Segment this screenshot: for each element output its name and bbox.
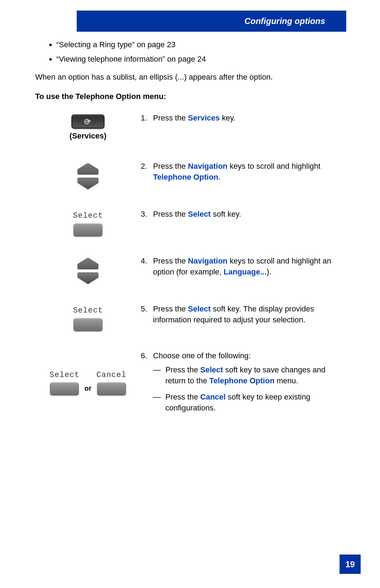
step-4-body: Press the Navigation keys to scroll and … — [153, 256, 345, 278]
step-5-num: 5. — [141, 304, 153, 315]
step-1-text: 1. Press the Services key. — [141, 113, 345, 124]
step-3-pre: Press the — [153, 210, 188, 218]
softkey-button-icon-3 — [50, 383, 79, 395]
step-6a-kw1: Select — [200, 365, 223, 374]
select-softkey-label-3: Select — [50, 370, 80, 381]
step-2-text: 2. Press the Navigation keys to scroll a… — [141, 161, 345, 183]
step-6b-body: Press the Cancel soft key to keep existi… — [165, 392, 345, 414]
navigation-keys-icon-2 — [77, 258, 99, 284]
header-bar: Configuring options — [77, 11, 346, 32]
nav-up-icon-2 — [77, 258, 99, 270]
or-label: or — [84, 383, 91, 395]
select-softkey-label-2: Select — [73, 305, 103, 316]
step-1-pre: Press the — [153, 113, 188, 122]
step-4-kw2: Language... — [224, 267, 267, 276]
step-1-kw: Services — [188, 113, 220, 122]
page-number: 19 — [340, 555, 361, 574]
step-6-intro: Choose one of the following: — [153, 351, 345, 361]
step-2-mid: keys to scroll and highlight — [228, 162, 321, 171]
step-4-num: 4. — [141, 256, 153, 267]
step-6a-pre: Press the — [165, 365, 200, 374]
page: Configuring options “Selecting a Ring ty… — [0, 0, 380, 588]
intro-paragraph: When an option has a sublist, an ellipsi… — [35, 72, 345, 83]
step-5-icon-col: Select — [35, 304, 141, 331]
step-6: Select or Cancel 6. Choose one of the fo… — [35, 351, 345, 419]
step-4-kw1: Navigation — [188, 256, 227, 265]
step-2-body: Press the Navigation keys to scroll and … — [153, 161, 345, 183]
step-5-pre: Press the — [153, 304, 188, 313]
step-1-body: Press the Services key. — [153, 113, 345, 124]
step-6-option-b: — Press the Cancel soft key to keep exis… — [153, 392, 345, 414]
softkey-pair: Select or Cancel — [50, 370, 126, 396]
step-3-body: Press the Select soft key. — [153, 209, 345, 220]
step-2-pre: Press the — [153, 162, 188, 171]
body-content: “Selecting a Ring type” on page 23 “View… — [35, 39, 345, 426]
step-2-kw1: Navigation — [188, 162, 227, 171]
step-3: Select 3. Press the Select soft key. — [35, 209, 345, 236]
dash-a: — — [153, 365, 165, 386]
nav-down-icon-2 — [77, 272, 99, 284]
softkey-button-icon — [74, 224, 102, 236]
step-6b-kw: Cancel — [200, 392, 226, 401]
step-6-num: 6. — [141, 351, 153, 361]
step-6-options: — Press the Select soft key to save chan… — [153, 365, 345, 413]
step-4-post: ). — [267, 267, 271, 276]
select-softkey-label: Select — [73, 211, 103, 222]
softkey-button-icon-2 — [74, 318, 102, 331]
intro-bullet-2: “Viewing telephone information” on page … — [56, 54, 345, 65]
intro-bullets: “Selecting a Ring type” on page 23 “View… — [35, 39, 345, 65]
step-3-text: 3. Press the Select soft key. — [141, 209, 345, 220]
step-6-text: 6. Choose one of the following: — Press … — [141, 351, 345, 419]
nav-up-icon — [77, 163, 99, 175]
step-1-icon-col: (Services) — [35, 113, 141, 142]
step-5: Select 5. Press the Select soft key. The… — [35, 304, 345, 331]
step-5-kw: Select — [188, 304, 211, 313]
step-2-kw2: Telephone Option — [153, 173, 218, 181]
step-5-body: Press the Select soft key. The display p… — [153, 304, 345, 326]
step-4-icon-col — [35, 256, 141, 284]
step-2-num: 2. — [141, 161, 153, 172]
step-3-post: soft key. — [211, 210, 241, 218]
step-6-option-a: — Press the Select soft key to save chan… — [153, 365, 345, 386]
step-3-num: 3. — [141, 209, 153, 220]
step-4-text: 4. Press the Navigation keys to scroll a… — [141, 256, 345, 278]
intro-heading: To use the Telephone Option menu: — [35, 91, 345, 102]
step-5-text: 5. Press the Select soft key. The displa… — [141, 304, 345, 326]
step-6-body: Choose one of the following: — Press the… — [153, 351, 345, 419]
services-key-icon — [71, 114, 104, 129]
select-softkey-3: Select — [50, 370, 80, 396]
dash-b: — — [153, 392, 165, 414]
step-6a-post: menu. — [274, 376, 298, 385]
step-1: (Services) 1. Press the Services key. — [35, 113, 345, 142]
step-6-icon-col: Select or Cancel — [35, 351, 141, 396]
step-1-post: key. — [220, 113, 236, 122]
step-6a-body: Press the Select soft key to save change… — [165, 365, 345, 386]
step-3-kw: Select — [188, 210, 211, 218]
cancel-softkey-label: Cancel — [96, 370, 126, 381]
steps-list: (Services) 1. Press the Services key. — [35, 113, 345, 419]
nav-down-icon — [77, 178, 99, 190]
step-2-post: . — [218, 173, 220, 181]
header-title: Configuring options — [245, 16, 325, 26]
step-3-icon-col: Select — [35, 209, 141, 236]
step-4-pre: Press the — [153, 256, 188, 265]
services-caption: (Services) — [69, 131, 106, 142]
softkey-button-icon-4 — [97, 383, 126, 395]
select-softkey: Select — [73, 211, 103, 236]
step-6a-kw2: Telephone Option — [209, 376, 274, 385]
step-2-icon-col — [35, 161, 141, 190]
step-2: 2. Press the Navigation keys to scroll a… — [35, 161, 345, 190]
step-1-num: 1. — [141, 113, 153, 124]
step-4: 4. Press the Navigation keys to scroll a… — [35, 256, 345, 284]
intro-bullet-1: “Selecting a Ring type” on page 23 — [56, 39, 345, 50]
globe-arrow-icon — [83, 118, 93, 125]
cancel-softkey: Cancel — [96, 370, 126, 396]
step-6b-pre: Press the — [165, 392, 200, 401]
navigation-keys-icon — [77, 163, 99, 190]
select-softkey-2: Select — [73, 305, 103, 331]
